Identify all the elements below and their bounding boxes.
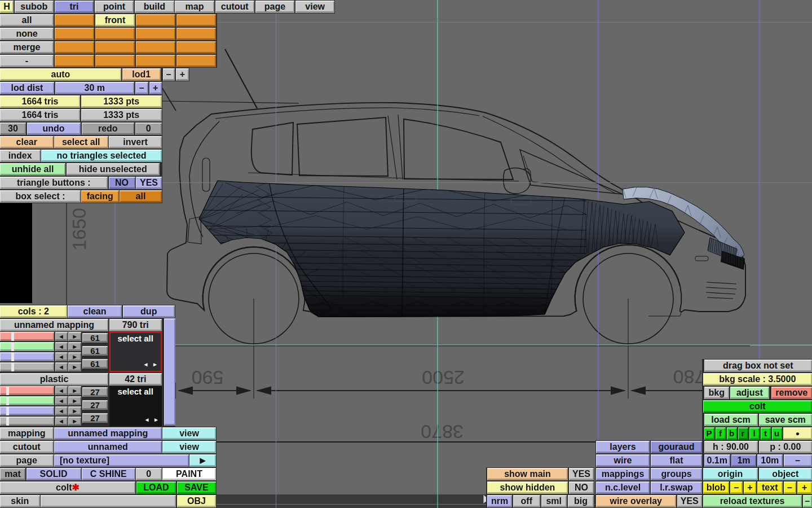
svg-text:1650: 1650 (68, 208, 90, 251)
svg-text:2500: 2500 (422, 367, 465, 388)
svg-text:3870: 3870 (421, 421, 464, 443)
svg-text:780: 780 (673, 366, 705, 388)
svg-text:590: 590 (192, 367, 224, 388)
